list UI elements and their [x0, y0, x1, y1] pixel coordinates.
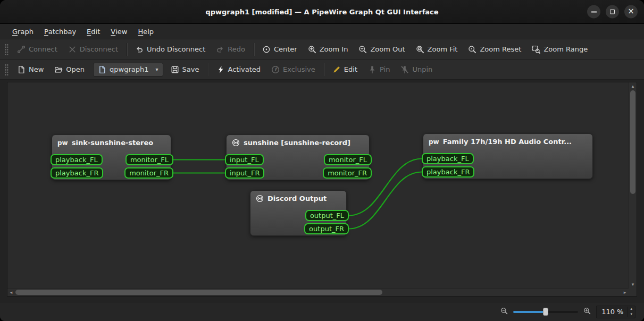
- spin-down-icon[interactable]: ▾: [628, 312, 635, 317]
- toolbar-grip[interactable]: [5, 64, 9, 75]
- toolbar-main: ConnectDisconnectUndo DisconnectRedoCent…: [0, 39, 644, 60]
- save-icon: [171, 65, 179, 74]
- statusbar: 110 % ▴ ▾: [0, 302, 644, 321]
- port-sunshine-input_FR[interactable]: input_FR: [225, 167, 264, 179]
- menu-patchbay[interactable]: Patchbay: [39, 24, 81, 39]
- toolbar-label: Activated: [228, 65, 261, 73]
- port-sink-monitor_FR[interactable]: monitor_FR: [124, 167, 173, 179]
- vertical-scroll-thumb[interactable]: [630, 90, 635, 194]
- connect-icon: [17, 45, 26, 54]
- window-controls: ×: [587, 5, 638, 19]
- node-header: sunshine [sunshine-record]: [227, 135, 369, 147]
- menu-graph[interactable]: Graph: [7, 24, 39, 39]
- save-button[interactable]: Save: [166, 62, 204, 77]
- minimize-button[interactable]: [587, 5, 600, 19]
- scroll-right-arrow-icon[interactable]: ▸: [621, 289, 629, 296]
- edit-button[interactable]: Edit: [328, 62, 362, 77]
- redo-button[interactable]: Redo: [211, 42, 250, 57]
- file-icon: [98, 65, 106, 74]
- menu-view[interactable]: View: [105, 24, 132, 39]
- zoom-out-button[interactable]: Zoom Out: [354, 42, 409, 57]
- horizontal-scrollbar[interactable]: ◂ ▸: [7, 288, 629, 296]
- toolbar-label: Connect: [29, 45, 57, 53]
- record-icon: [256, 195, 264, 202]
- center-icon: [262, 45, 271, 54]
- port-label: monitor_FR: [129, 169, 169, 177]
- menubar: GraphPatchbayEditViewHelp: [0, 24, 644, 39]
- node-sunshine[interactable]: sunshine [sunshine-record]input_FLinput_…: [226, 134, 370, 180]
- close-button[interactable]: ×: [624, 5, 638, 19]
- port-sink-monitor_FL[interactable]: monitor_FL: [126, 154, 173, 165]
- port-family-playback_FR[interactable]: playback_FR: [422, 166, 474, 178]
- zoom-in-icon: [583, 307, 591, 316]
- activated-button[interactable]: Activated: [212, 62, 266, 77]
- zoom-in-icon[interactable]: [583, 307, 591, 316]
- dropdown-arrow-icon: ▾: [156, 66, 158, 72]
- node-header: pwsink-sunshine-stereo: [52, 135, 171, 147]
- pipewire-icon: pw: [57, 140, 68, 146]
- port-discord-output_FR[interactable]: output_FR: [304, 223, 349, 234]
- unpin-icon: [400, 65, 409, 74]
- zoom-fit-button[interactable]: Zoom Fit: [411, 42, 463, 57]
- horizontal-scroll-thumb[interactable]: [15, 290, 382, 295]
- center-button[interactable]: Center: [257, 42, 302, 57]
- spin-up-icon[interactable]: ▴: [628, 307, 635, 312]
- toolbar-label: Disconnect: [80, 45, 118, 53]
- disconnect-button[interactable]: Disconnect: [63, 42, 123, 57]
- node-sink[interactable]: pwsink-sunshine-stereoplayback_FLplaybac…: [52, 134, 171, 180]
- toolbar-label: qpwgraph1: [110, 65, 148, 73]
- menu-help[interactable]: Help: [132, 24, 159, 39]
- toolbar-grip[interactable]: [5, 44, 9, 55]
- session-combo[interactable]: qpwgraph1▾: [93, 63, 163, 77]
- zoom-range-button[interactable]: Zoom Range: [527, 42, 592, 57]
- toolbar-label: Unpin: [412, 65, 432, 73]
- new-icon: [17, 65, 26, 74]
- port-family-playback_FL[interactable]: playback_FL: [422, 153, 474, 164]
- zoom-reset-button[interactable]: Zoom Reset: [463, 42, 526, 57]
- toolbar-label: Exclusive: [283, 65, 315, 73]
- port-sunshine-monitor_FR[interactable]: monitor_FR: [323, 167, 372, 179]
- connect-button[interactable]: Connect: [12, 42, 62, 57]
- toolbar-separator: [208, 63, 209, 76]
- menu-edit[interactable]: Edit: [81, 24, 105, 39]
- graph-canvas[interactable]: pwsink-sunshine-stereoplayback_FLplaybac…: [7, 82, 629, 288]
- toolbar-label: Redo: [228, 45, 245, 53]
- port-sunshine-input_FL[interactable]: input_FL: [225, 154, 264, 165]
- record-icon: [232, 139, 240, 147]
- unpin-button[interactable]: Unpin: [396, 62, 437, 77]
- port-label: monitor_FL: [329, 156, 367, 164]
- port-label: playback_FL: [426, 155, 469, 163]
- zoom-out-icon[interactable]: [500, 307, 508, 316]
- slider-fill: [513, 311, 546, 313]
- pin-button[interactable]: Pin: [363, 62, 395, 77]
- port-discord-output_FL[interactable]: output_FL: [305, 210, 349, 221]
- node-discord[interactable]: Discord Outputoutput_FLoutput_FR: [250, 190, 347, 236]
- scroll-up-arrow-icon[interactable]: ▴: [629, 82, 637, 90]
- slider-thumb[interactable]: [543, 308, 548, 316]
- vertical-scrollbar[interactable]: ▴ ▾: [629, 82, 637, 288]
- undo-icon: [135, 45, 144, 54]
- toolbar-label: Pin: [380, 65, 390, 73]
- zoom-in-icon: [308, 45, 316, 54]
- undo-disconnect-button[interactable]: Undo Disconnect: [130, 42, 210, 57]
- port-sink-playback_FL[interactable]: playback_FL: [51, 154, 103, 165]
- new-button[interactable]: New: [12, 62, 48, 77]
- scroll-left-arrow-icon[interactable]: ◂: [7, 289, 15, 296]
- port-sunshine-monitor_FL[interactable]: monitor_FL: [324, 154, 372, 165]
- minimize-icon: [591, 11, 597, 12]
- port-sink-playback_FR[interactable]: playback_FR: [51, 167, 103, 179]
- toolbar-file: NewOpenqpwgraph1▾SaveActivatedfExclusive…: [0, 60, 644, 80]
- scroll-down-arrow-icon[interactable]: ▾: [629, 281, 637, 288]
- exclusive-button[interactable]: fExclusive: [266, 62, 320, 77]
- maximize-button[interactable]: [606, 5, 619, 19]
- window-title: qpwgraph1 [modified] — A PipeWire Graph …: [205, 8, 438, 16]
- connection-wire[interactable]: [349, 172, 422, 229]
- zoom-spinbox[interactable]: 110 % ▴ ▾: [596, 306, 635, 318]
- disconnect-icon: [68, 45, 77, 54]
- open-button[interactable]: Open: [49, 62, 89, 77]
- titlebar[interactable]: qpwgraph1 [modified] — A PipeWire Graph …: [0, 0, 644, 24]
- zoom-slider[interactable]: [513, 307, 578, 316]
- toolbar-separator: [254, 43, 255, 56]
- node-family[interactable]: pwFamily 17h/19h HD Audio Contr...playba…: [423, 133, 593, 179]
- zoom-in-button[interactable]: Zoom In: [303, 42, 353, 57]
